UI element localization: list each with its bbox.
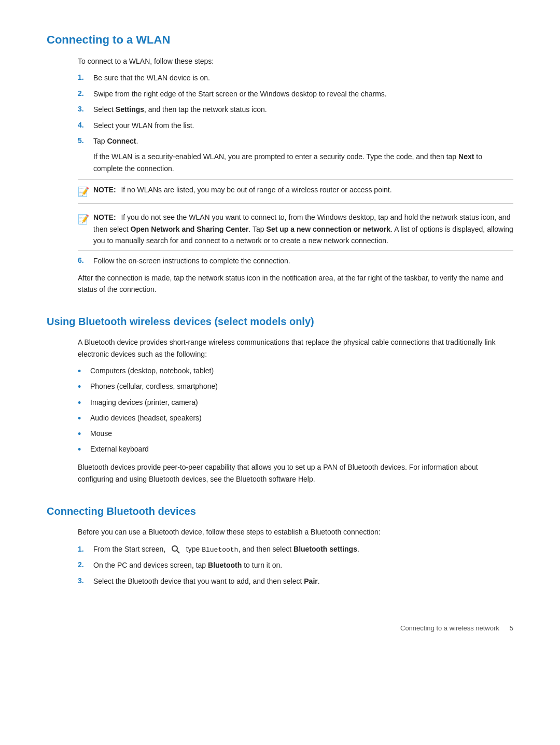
step-content-4: Select your WLAN from the list. bbox=[93, 120, 513, 131]
bullet-item-6: • External keyboard bbox=[78, 443, 513, 456]
search-icon bbox=[171, 545, 180, 554]
bluetooth-settings-bold: Bluetooth settings bbox=[293, 545, 357, 553]
wlan-outro: After the connection is made, tap the ne… bbox=[78, 272, 513, 296]
bluetooth-bold-2: Bluetooth bbox=[208, 561, 242, 569]
bluetooth-steps: 1. From the Start screen, type Bluetooth… bbox=[78, 543, 513, 587]
bt-step-content-1: From the Start screen, type Bluetooth, a… bbox=[93, 543, 513, 556]
step-num-5: 5. bbox=[78, 135, 93, 146]
wlan-step-5: 5. Tap Connect. bbox=[78, 135, 513, 147]
wlan-step-4: 4. Select your WLAN from the list. bbox=[78, 120, 513, 131]
svg-line-1 bbox=[177, 551, 179, 553]
bluetooth-mono: Bluetooth bbox=[202, 546, 238, 554]
bluetooth-using-section: Using Bluetooth wireless devices (select… bbox=[47, 314, 513, 485]
bluetooth-bullet-list: • Computers (desktop, notebook, tablet) … bbox=[78, 365, 513, 456]
bluetooth-using-intro: A Bluetooth device provides short-range … bbox=[78, 336, 513, 360]
svg-point-0 bbox=[172, 546, 177, 551]
note-icon-2: 📝 bbox=[78, 213, 89, 227]
wlan-step-6: 6. Follow the on-screen instructions to … bbox=[78, 255, 513, 266]
wlan-step6-container: 6. Follow the on-screen instructions to … bbox=[78, 255, 513, 266]
bullet-dot-5: • bbox=[78, 428, 90, 441]
bullet-content-5: Mouse bbox=[90, 428, 112, 439]
note-label-1: NOTE: bbox=[93, 186, 116, 194]
step-content-2: Swipe from the right edge of the Start s… bbox=[93, 88, 513, 100]
bullet-item-2: • Phones (cellular, cordless, smartphone… bbox=[78, 381, 513, 393]
wlan-intro: To connect to a WLAN, follow these steps… bbox=[78, 55, 513, 67]
wlan-heading: Connecting to a WLAN bbox=[47, 31, 513, 48]
bullet-item-3: • Imaging devices (printer, camera) bbox=[78, 397, 513, 410]
wlan-steps: 1. Be sure that the WLAN device is on. 2… bbox=[78, 72, 513, 174]
note-label-2: NOTE: bbox=[93, 213, 116, 221]
step-content-5: Tap Connect. bbox=[93, 135, 513, 147]
step-content-6: Follow the on-screen instructions to com… bbox=[93, 255, 513, 266]
open-network-bold: Open Network and Sharing Center bbox=[131, 225, 249, 233]
bt-step-num-2: 2. bbox=[78, 559, 93, 570]
bullet-content-3: Imaging devices (printer, camera) bbox=[90, 397, 198, 408]
bullet-item-1: • Computers (desktop, notebook, tablet) bbox=[78, 365, 513, 378]
bullet-item-4: • Audio devices (headset, speakers) bbox=[78, 412, 513, 425]
note-content-1: NOTE: If no WLANs are listed, you may be… bbox=[93, 184, 392, 195]
note-block-2: 📝 NOTE: If you do not see the WLAN you w… bbox=[78, 207, 513, 251]
next-bold: Next bbox=[458, 152, 474, 161]
step-content-5b: If the WLAN is a security-enabled WLAN, … bbox=[93, 151, 513, 174]
footer: Connecting to a wireless network 5 bbox=[47, 618, 513, 634]
note-block-1: 📝 NOTE: If no WLANs are listed, you may … bbox=[78, 179, 513, 204]
bt-step-num-1: 1. bbox=[78, 544, 93, 555]
bullet-dot-4: • bbox=[78, 412, 90, 425]
setup-connection-bold: Set up a new connection or network bbox=[267, 225, 391, 233]
footer-page: 5 bbox=[510, 623, 513, 634]
bluetooth-connecting-section: Connecting Bluetooth devices Before you … bbox=[47, 503, 513, 587]
bullet-dot-2: • bbox=[78, 381, 90, 393]
wlan-step-3: 3. Select Settings, and then tap the net… bbox=[78, 104, 513, 115]
connect-bold: Connect bbox=[107, 137, 136, 145]
pair-bold: Pair bbox=[304, 577, 317, 585]
bullet-dot-1: • bbox=[78, 365, 90, 378]
bluetooth-connecting-intro: Before you can use a Bluetooth device, f… bbox=[78, 526, 513, 538]
bullet-dot-3: • bbox=[78, 397, 90, 410]
footer-label: Connecting to a wireless network bbox=[400, 623, 499, 634]
wlan-section: Connecting to a WLAN To connect to a WLA… bbox=[47, 31, 513, 295]
step-num-6: 6. bbox=[78, 255, 93, 266]
bluetooth-step-3: 3. Select the Bluetooth device that you … bbox=[78, 575, 513, 587]
bluetooth-step-2: 2. On the PC and devices screen, tap Blu… bbox=[78, 559, 513, 571]
bluetooth-connecting-heading: Connecting Bluetooth devices bbox=[47, 503, 513, 519]
wlan-step-2: 2. Swipe from the right edge of the Star… bbox=[78, 88, 513, 100]
step-num-3: 3. bbox=[78, 104, 93, 115]
bluetooth-step-1: 1. From the Start screen, type Bluetooth… bbox=[78, 543, 513, 556]
bullet-content-1: Computers (desktop, notebook, tablet) bbox=[90, 365, 214, 376]
note-content-2: NOTE: If you do not see the WLAN you wan… bbox=[93, 212, 513, 246]
bullet-content-6: External keyboard bbox=[90, 443, 149, 455]
bullet-dot-6: • bbox=[78, 443, 90, 456]
step-num-4: 4. bbox=[78, 120, 93, 131]
step-content-3: Select Settings, and then tap the networ… bbox=[93, 104, 513, 115]
bullet-item-5: • Mouse bbox=[78, 428, 513, 441]
step-num-1: 1. bbox=[78, 72, 93, 83]
step-num-2: 2. bbox=[78, 88, 93, 99]
bullet-content-2: Phones (cellular, cordless, smartphone) bbox=[90, 381, 218, 392]
settings-bold: Settings bbox=[116, 105, 144, 114]
bt-step-num-3: 3. bbox=[78, 575, 93, 586]
bluetooth-using-heading: Using Bluetooth wireless devices (select… bbox=[47, 314, 513, 329]
bt-step-content-3: Select the Bluetooth device that you wan… bbox=[93, 575, 513, 587]
wlan-step-1: 1. Be sure that the WLAN device is on. bbox=[78, 72, 513, 83]
bullet-content-4: Audio devices (headset, speakers) bbox=[90, 412, 202, 424]
note-icon-1: 📝 bbox=[78, 185, 89, 199]
bluetooth-using-outro: Bluetooth devices provide peer-to-peer c… bbox=[78, 461, 513, 485]
bt-step-content-2: On the PC and devices screen, tap Blueto… bbox=[93, 559, 513, 571]
wlan-step-5b: If the WLAN is a security-enabled WLAN, … bbox=[78, 151, 513, 174]
step-content-1: Be sure that the WLAN device is on. bbox=[93, 72, 513, 83]
